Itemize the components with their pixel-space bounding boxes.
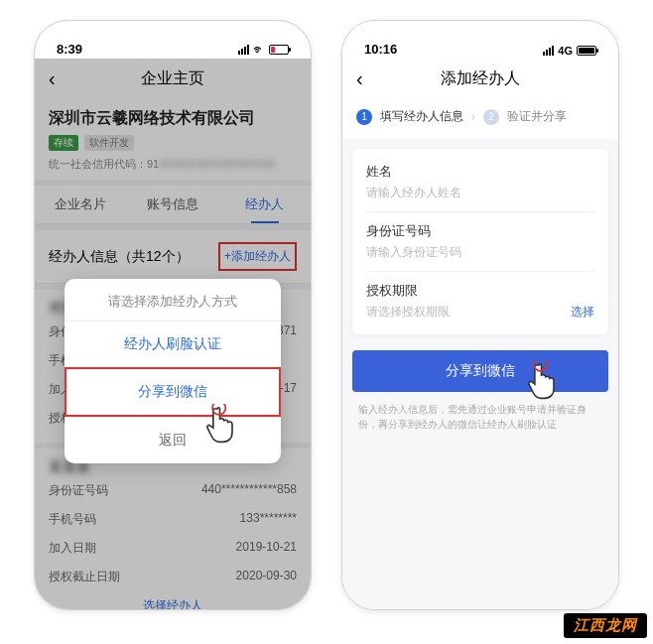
- network-label: 4G: [558, 45, 573, 57]
- pointer-icon: [527, 360, 561, 400]
- field-placeholder: 请输入经办人姓名: [366, 185, 594, 201]
- share-wechat-button[interactable]: 分享到微信: [352, 350, 608, 392]
- signal-icon: [238, 45, 249, 55]
- page-body: 1 填写经办人信息 › 2 验证并分享 姓名 请输入经办人姓名 身份证号码 请输…: [342, 98, 618, 609]
- form-card: 姓名 请输入经办人姓名 身份证号码 请输入身份证号码 授权期限 请选择授权期限 …: [352, 149, 608, 334]
- step-1-label: 填写经办人信息: [380, 108, 463, 125]
- period-field[interactable]: 授权期限 请选择授权期限 选择: [366, 272, 594, 330]
- status-right: ᯤ: [238, 43, 289, 57]
- wifi-icon: ᯤ: [253, 43, 265, 57]
- back-icon[interactable]: ‹: [356, 67, 363, 90]
- pointer-icon: [205, 404, 239, 444]
- field-placeholder: 请选择授权期限: [366, 304, 450, 321]
- notch: [113, 21, 232, 43]
- signal-icon: [543, 46, 554, 56]
- field-label: 姓名: [366, 163, 594, 181]
- watermark: 江西龙网: [564, 613, 647, 638]
- status-time: 8:39: [57, 42, 82, 57]
- hint-text: 输入经办人信息后，需先通过企业账号申请并验证身份，再分享到经办人的微信让经办人刷…: [342, 392, 618, 432]
- battery-icon: [269, 45, 289, 55]
- step-2-label: 验证并分享: [507, 108, 567, 125]
- phone-left: 8:39 ᯤ ‹ 企业主页 深圳市云羲网络技术有限公司 存续 软件开发 统一社会…: [34, 20, 312, 610]
- modal-title: 请选择添加经办人方式: [65, 279, 281, 321]
- step-1-icon: 1: [356, 109, 372, 125]
- field-label: 授权期限: [366, 282, 450, 300]
- chevron-right-icon: ›: [471, 110, 475, 124]
- field-label: 身份证号码: [366, 222, 594, 240]
- step-2-icon: 2: [483, 109, 499, 125]
- status-time: 10:16: [364, 42, 397, 57]
- battery-icon: [577, 46, 596, 56]
- id-field[interactable]: 身份证号码 请输入身份证号码: [366, 212, 594, 272]
- status-right: 4G: [543, 45, 596, 57]
- field-placeholder: 请输入身份证号码: [366, 244, 594, 261]
- add-method-modal: 请选择添加经办人方式 经办人刷脸认证 分享到微信 返回: [65, 279, 281, 463]
- name-field[interactable]: 姓名 请输入经办人姓名: [366, 153, 594, 212]
- page-title: 添加经办人: [441, 68, 520, 89]
- share-wechat-button[interactable]: 分享到微信: [65, 367, 281, 417]
- select-button[interactable]: 选择: [571, 304, 594, 321]
- step-indicator: 1 填写经办人信息 › 2 验证并分享: [342, 98, 618, 139]
- cancel-button[interactable]: 返回: [65, 417, 281, 463]
- face-verify-button[interactable]: 经办人刷脸认证: [65, 321, 281, 367]
- notch: [421, 21, 540, 43]
- phone-right: 10:16 4G ‹ 添加经办人 1 填写经办人信息 › 2 验证并分享 姓名: [341, 20, 619, 610]
- nav-bar: ‹ 添加经办人: [342, 59, 618, 98]
